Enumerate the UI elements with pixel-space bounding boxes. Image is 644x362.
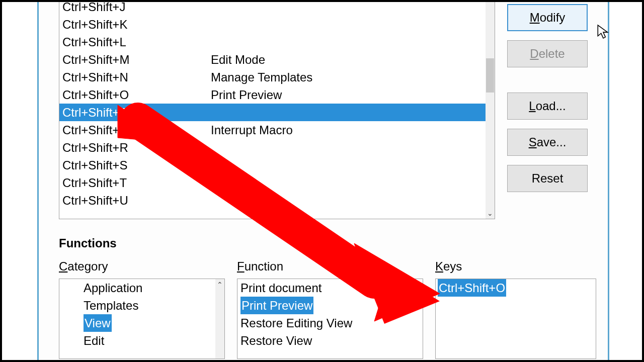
keys-item[interactable]: Ctrl+Shift+O	[436, 279, 596, 297]
category-item-label: Application	[84, 279, 142, 297]
category-item-label: Edit	[84, 332, 104, 349]
scrollbar-thumb[interactable]	[486, 58, 494, 93]
shortcut-command: Edit Mode	[211, 51, 486, 68]
function-item[interactable]: Print document	[237, 279, 423, 297]
shortcut-key: Ctrl+Shift+O	[62, 86, 211, 104]
shortcut-command: As	[211, 156, 486, 174]
shortcut-key: Ctrl+Shift+N	[62, 68, 211, 86]
category-item-label: View	[84, 314, 112, 332]
shortcut-row[interactable]: Ctrl+Shift+OPrint Preview	[59, 86, 486, 104]
shortcut-row[interactable]: Ctrl+Shift+NManage Templates	[59, 68, 486, 86]
shortcut-key: Ctrl+Shift+S	[62, 156, 211, 174]
scroll-up-icon[interactable]: ⌃	[215, 279, 224, 290]
save-button[interactable]: Save...	[507, 129, 588, 156]
modify-button-label: Modify	[530, 11, 566, 25]
shortcut-key: Ctrl+Shift+M	[62, 51, 211, 68]
shortcut-key: Ctrl+Shift+Q	[62, 121, 211, 139]
dialog-frame: Ctrl+Shift+JCtrl+Shift+KCtrl+Shift+LCtrl…	[0, 0, 644, 362]
function-item[interactable]: Print Preview	[237, 297, 423, 314]
button-column: Modify Delete Load... Save... Reset	[507, 0, 588, 192]
shortcut-key: Ctrl+Shift+J	[62, 0, 211, 16]
load-button-label: Load...	[529, 99, 566, 113]
shortcut-key: Ctrl+Shift+T	[62, 174, 211, 192]
category-listbox[interactable]: ApplicationTemplatesViewEdit ⌃	[59, 279, 225, 359]
shortcut-row[interactable]: Ctrl+Shift+QInterrupt Macro	[59, 121, 486, 139]
shortcut-key: Ctrl+Shift+P	[62, 104, 211, 121]
shortcut-scrollbar[interactable]: ⌄	[486, 0, 495, 219]
function-item-label: Print Preview	[240, 297, 313, 314]
cursor-icon	[597, 24, 610, 39]
shortcut-keys-listbox[interactable]: Ctrl+Shift+JCtrl+Shift+KCtrl+Shift+LCtrl…	[59, 0, 495, 219]
shortcut-row[interactable]: Ctrl+Shift+K	[59, 16, 486, 33]
load-button[interactable]: Load...	[507, 93, 588, 120]
category-item[interactable]: Edit	[59, 332, 224, 349]
category-label: Category	[59, 259, 225, 274]
function-item-label: Print document	[240, 279, 321, 297]
top-area: Ctrl+Shift+JCtrl+Shift+KCtrl+Shift+LCtrl…	[59, 0, 588, 219]
category-scrollbar[interactable]: ⌃	[215, 279, 224, 358]
save-button-label: Save...	[529, 135, 567, 149]
shortcut-row[interactable]: Ctrl+Shift+P	[59, 104, 486, 121]
shortcut-command	[211, 33, 486, 51]
shortcut-command	[211, 16, 486, 33]
shortcut-command	[211, 192, 486, 209]
shortcut-key: Ctrl+Shift+L	[62, 33, 211, 51]
shortcut-row[interactable]: Ctrl+Shift+MEdit Mode	[59, 51, 486, 68]
shortcut-key: Ctrl+Shift+R	[62, 139, 211, 156]
delete-button[interactable]: Delete	[507, 40, 588, 67]
shortcut-row[interactable]: Ctrl+Shift+U	[59, 192, 486, 209]
shortcut-command	[211, 0, 486, 16]
category-column: Category ApplicationTemplatesViewEdit ⌃	[59, 259, 225, 359]
shortcut-command: Print Preview	[211, 86, 486, 104]
dialog-content: Ctrl+Shift+JCtrl+Shift+KCtrl+Shift+LCtrl…	[37, 0, 609, 362]
function-item-label: Restore Editing View	[240, 314, 352, 332]
shortcut-command: Interrupt Macro	[211, 121, 486, 139]
shortcut-command	[211, 174, 486, 192]
function-listbox[interactable]: Print documentPrint PreviewRestore Editi…	[237, 279, 423, 359]
reset-button[interactable]: Reset	[507, 165, 588, 192]
function-column: Function Print documentPrint PreviewRest…	[237, 259, 423, 359]
keys-column: Keys Ctrl+Shift+O	[435, 259, 596, 359]
category-item[interactable]: View	[59, 314, 224, 332]
scroll-down-icon[interactable]: ⌄	[486, 208, 495, 219]
delete-button-label: Delete	[530, 47, 565, 61]
keys-label: Keys	[435, 259, 596, 274]
shortcut-row[interactable]: Ctrl+Shift+J	[59, 0, 486, 16]
function-label: Function	[237, 259, 423, 274]
function-item[interactable]: Restore Editing View	[237, 314, 423, 332]
keys-item-label: Ctrl+Shift+O	[438, 279, 506, 297]
shortcut-command	[211, 139, 486, 156]
shortcut-command	[211, 104, 486, 121]
keys-listbox[interactable]: Ctrl+Shift+O	[435, 279, 596, 359]
functions-section-label: Functions	[59, 236, 588, 250]
function-item[interactable]: Restore View	[237, 332, 423, 349]
category-item[interactable]: Templates	[59, 297, 224, 314]
shortcut-command: Manage Templates	[211, 68, 486, 86]
shortcut-row[interactable]: Ctrl+Shift+SAs	[59, 156, 486, 174]
reset-button-label: Reset	[532, 171, 564, 186]
category-item-label: Templates	[84, 297, 138, 314]
shortcut-key: Ctrl+Shift+K	[62, 16, 211, 33]
functions-columns: Category ApplicationTemplatesViewEdit ⌃ …	[59, 259, 588, 359]
shortcut-row[interactable]: Ctrl+Shift+T	[59, 174, 486, 192]
category-item[interactable]: Application	[59, 279, 224, 297]
shortcut-row[interactable]: Ctrl+Shift+L	[59, 33, 486, 51]
shortcut-row[interactable]: Ctrl+Shift+R	[59, 139, 486, 156]
modify-button[interactable]: Modify	[507, 4, 588, 31]
shortcut-key: Ctrl+Shift+U	[62, 192, 211, 209]
function-item-label: Restore View	[240, 332, 312, 349]
